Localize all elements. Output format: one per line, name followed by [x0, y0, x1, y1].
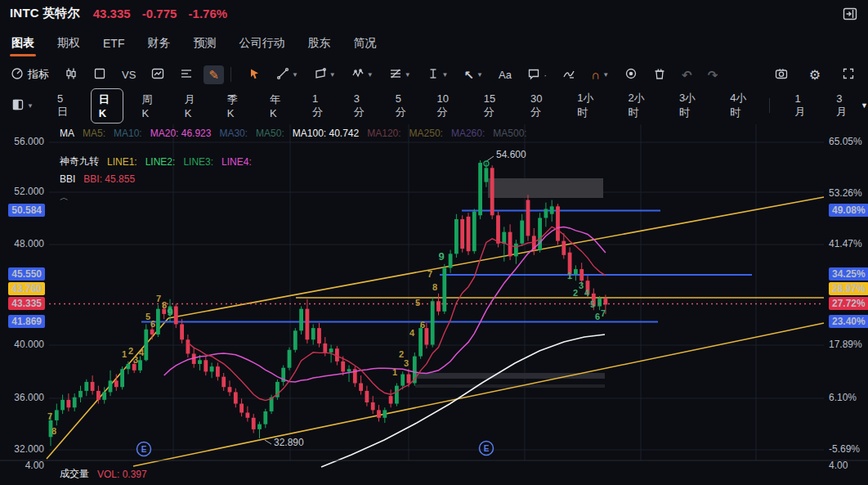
candle-body: [562, 241, 566, 255]
open-side-panel-icon[interactable]: [842, 6, 858, 22]
bbi-legend-item[interactable]: BBI: 45.855: [83, 173, 135, 185]
shape-tool-button[interactable]: ▼: [309, 64, 341, 85]
timeframe-1小时[interactable]: 1小时: [569, 87, 609, 124]
ma-legend-item[interactable]: MA500:: [493, 128, 526, 139]
tab-公司行动[interactable]: 公司行动: [237, 29, 286, 56]
bbi-legend-title: BBI: [60, 173, 75, 185]
tab-ETF[interactable]: ETF: [101, 29, 126, 56]
chevron-down-icon: ▼: [292, 71, 298, 79]
ma-legend-item[interactable]: MA260:: [451, 128, 485, 139]
timeframe-4小时[interactable]: 4小时: [722, 87, 762, 124]
candle-body: [365, 391, 369, 402]
tab-图表[interactable]: 图表: [10, 29, 36, 56]
chevron-down-icon: ▼: [602, 71, 609, 79]
redo-button[interactable]: ↷: [703, 65, 723, 84]
candle-body: [174, 307, 178, 325]
timeframe-3月[interactable]: 3月: [828, 88, 859, 123]
chart-layout-button[interactable]: ▼: [7, 95, 38, 116]
cursor-tool-button[interactable]: [244, 65, 266, 85]
trendline-tool-button[interactable]: ▼: [271, 64, 303, 85]
nine-legend-item[interactable]: LINE2:: [145, 156, 176, 168]
dot: ·: [544, 69, 547, 81]
ma-legend-item[interactable]: MA30:: [219, 128, 248, 139]
ma-legend-item[interactable]: MA20: 46.923: [150, 128, 212, 139]
fullscreen-button[interactable]: [837, 64, 860, 85]
tab-财务[interactable]: 财务: [145, 29, 172, 56]
more-timeframes-icon[interactable]: ▼: [861, 101, 868, 110]
candle-body: [102, 392, 106, 399]
ma-legend-item[interactable]: MA120:: [367, 128, 400, 139]
candle-body: [144, 330, 148, 361]
ma-legend-item[interactable]: MA50:: [256, 128, 284, 139]
tab-预测[interactable]: 预测: [191, 29, 217, 56]
price-annotation: 54.600: [496, 149, 526, 160]
nine-turn-digit: 9: [438, 250, 444, 263]
nine-legend-item[interactable]: LINE3:: [183, 156, 213, 168]
indicators-button[interactable]: 指标: [6, 64, 54, 85]
text-tool-button[interactable]: Aa: [494, 65, 517, 84]
timeframe-周K[interactable]: 周K: [134, 88, 166, 123]
right-axis-label: 41.47%: [829, 238, 862, 249]
text-measure-button[interactable]: ▼: [422, 64, 454, 85]
align-lines-button[interactable]: [175, 64, 198, 85]
tab-股东[interactable]: 股东: [306, 29, 332, 56]
nine-legend-item[interactable]: LINE1:: [107, 156, 137, 168]
nine-turn-digit: 7: [601, 308, 606, 318]
timeframe-月K[interactable]: 月K: [177, 88, 208, 123]
timeframe-5日[interactable]: 5日: [49, 88, 80, 123]
left-axis-label: 4.00: [25, 460, 44, 471]
undo-button[interactable]: ↶: [677, 65, 697, 84]
candle-body: [520, 221, 524, 244]
quote-values: 43.335 -0.775 -1.76%: [93, 7, 235, 20]
timeframe-年K[interactable]: 年K: [262, 88, 293, 123]
signature-tool-button[interactable]: [557, 64, 580, 85]
tab-期权[interactable]: 期权: [56, 29, 82, 56]
candle-body: [389, 396, 393, 403]
candle-body: [442, 268, 446, 312]
nine-turn-digit: 6: [420, 320, 425, 330]
nine-turn-digit: 1: [567, 271, 572, 281]
ma-legend-item[interactable]: MA100: 40.742: [293, 128, 359, 139]
timeframe-30分[interactable]: 30分: [522, 88, 558, 123]
gauge-icon: [11, 67, 24, 82]
compare-button[interactable]: VS: [117, 65, 141, 84]
tab-简况[interactable]: 简况: [351, 29, 378, 56]
ma-legend-item[interactable]: MA5:: [83, 128, 105, 139]
fib-tool-button[interactable]: ▼: [384, 64, 416, 85]
nine-legend-title: 神奇九转: [60, 155, 99, 168]
timeframe-10分[interactable]: 10分: [429, 88, 465, 123]
collapse-legend-icon[interactable]: ︿: [60, 191, 69, 204]
ma-legend-item[interactable]: MA10:: [114, 128, 142, 139]
imark-icon: [427, 67, 440, 82]
ma-legend-item[interactable]: MA250:: [409, 128, 443, 139]
wave-tool-button[interactable]: ▼: [347, 64, 378, 85]
timeframe-3分[interactable]: 3分: [346, 88, 377, 123]
vs-icon: VS: [122, 69, 136, 81]
comment-tool-button[interactable]: ·: [522, 64, 552, 85]
candle-body: [311, 328, 315, 339]
timeframe-2小时[interactable]: 2小时: [620, 87, 660, 124]
magnet-tool-button[interactable]: ∩▼: [586, 65, 614, 84]
delete-drawings-button[interactable]: [648, 64, 671, 85]
candle-body: [538, 218, 542, 249]
visibility-button[interactable]: [620, 64, 642, 85]
timeframe-季K[interactable]: 季K: [219, 88, 251, 123]
price-level-badge: 23.40%: [829, 315, 868, 328]
arrow-tool-button[interactable]: ↖▼: [459, 65, 489, 84]
chart-settings-button[interactable]: ⚙: [804, 65, 825, 84]
drawing-rectangle: [415, 384, 605, 388]
candle-body: [120, 369, 124, 387]
timeframe-1分[interactable]: 1分: [304, 88, 335, 123]
draw-pencil-button[interactable]: ✎: [204, 65, 224, 84]
timeframe-3小时[interactable]: 3小时: [671, 87, 711, 124]
chart-style-button[interactable]: [60, 64, 83, 85]
nine-legend-item[interactable]: LINE4:: [221, 156, 252, 168]
screenshot-button[interactable]: [770, 64, 793, 85]
chart-box-button[interactable]: [146, 64, 169, 85]
rectangle-tool-button[interactable]: [88, 64, 111, 85]
candle-body: [204, 360, 208, 371]
timeframe-5分[interactable]: 5分: [387, 88, 418, 123]
timeframe-15分[interactable]: 15分: [476, 88, 512, 123]
timeframe-1月[interactable]: 1月: [786, 88, 817, 123]
timeframe-日K[interactable]: 日K: [91, 88, 123, 123]
